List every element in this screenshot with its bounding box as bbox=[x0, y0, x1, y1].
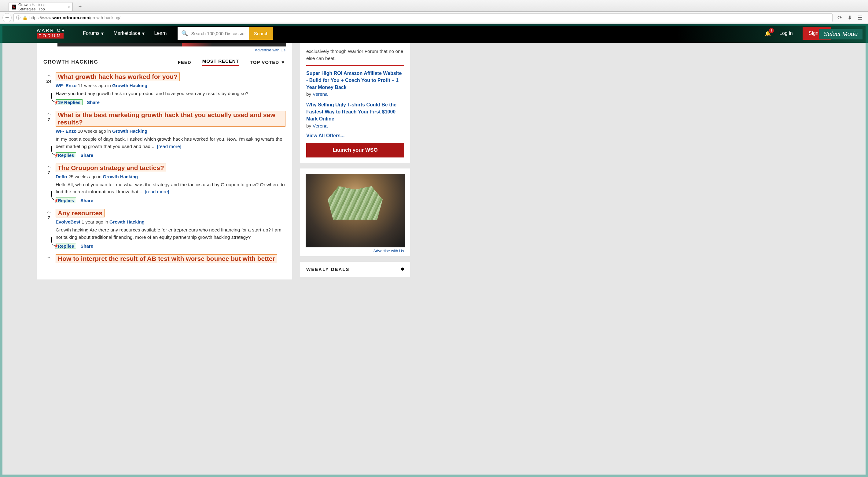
thread-author[interactable]: EvolveBest bbox=[56, 219, 81, 225]
nav-forums[interactable]: Forums▾ bbox=[83, 31, 103, 36]
downloads-icon[interactable]: ⬇ bbox=[847, 14, 852, 21]
promo-card: I've Made Over $3M As An Affiliate This … bbox=[300, 169, 410, 256]
view-all-offers[interactable]: View All Offers... bbox=[306, 133, 344, 138]
thread-meta: EvolveBest 1 year ago in Growth Hacking bbox=[56, 219, 285, 225]
thread-excerpt: Hello All, who of you can tell me what w… bbox=[56, 181, 285, 196]
info-icon: ⓘ bbox=[16, 15, 21, 21]
share-button[interactable]: Share bbox=[81, 153, 93, 158]
replies-button[interactable]: 📌Replies bbox=[56, 152, 76, 158]
thread-excerpt: Growth hacking Are there any resources a… bbox=[56, 226, 285, 241]
thread-age: 1 year ago bbox=[82, 219, 104, 225]
offer-link[interactable]: Super High ROI Amazon Affiliate Website … bbox=[306, 70, 404, 91]
ad-banner[interactable] bbox=[58, 43, 286, 47]
offer-link[interactable]: Why Selling Ugly T-shirts Could Be the F… bbox=[306, 101, 404, 123]
chevron-down-icon: ▾ bbox=[142, 31, 145, 36]
advertise-link[interactable]: Advertise with Us bbox=[300, 248, 404, 253]
weekly-deals-header[interactable]: WEEKLY DEALS bbox=[300, 262, 410, 277]
upvote-icon[interactable]: ︿ bbox=[43, 209, 54, 214]
thread-meta: WF- Enzo 10 weeks ago in Growth Hacking bbox=[56, 128, 285, 133]
search-button[interactable]: Search bbox=[249, 27, 273, 40]
thread-category[interactable]: Growth Hacking bbox=[112, 83, 147, 88]
thread-age: 11 weeks ago bbox=[78, 83, 107, 88]
sort-feed[interactable]: FEED bbox=[178, 60, 191, 65]
sort-top[interactable]: TOP VOTED ▼ bbox=[250, 60, 285, 65]
replies-button[interactable]: 📌Replies bbox=[56, 198, 76, 203]
primary-nav: Forums▾ Marketplace▾ Learn bbox=[83, 31, 166, 36]
thread-title[interactable]: Any resources bbox=[56, 209, 104, 217]
thread-author[interactable]: WF- Enzo bbox=[56, 128, 76, 133]
tab-title: Growth Hacking Strategies | Top bbox=[18, 3, 63, 11]
offer-byline: by Verena bbox=[306, 123, 404, 129]
site-logo[interactable]: WARRIOR FORUM bbox=[37, 28, 66, 39]
replies-button[interactable]: 📌Replies bbox=[56, 243, 76, 249]
reload-icon[interactable]: ⟳ bbox=[837, 14, 842, 21]
vote-box: ︿ bbox=[43, 255, 54, 265]
offer-author[interactable]: Verena bbox=[313, 91, 328, 97]
nav-learn[interactable]: Learn bbox=[154, 31, 167, 36]
thread-item: ︿ How to interpret the result of AB test… bbox=[37, 251, 292, 267]
launch-wso-button[interactable]: Launch your WSO bbox=[306, 143, 404, 157]
search-input[interactable] bbox=[191, 31, 245, 36]
offer-byline: by Verena bbox=[306, 91, 404, 97]
main-column: Advertise with Us GROWTH HACKING FEED MO… bbox=[37, 43, 292, 279]
thread-category[interactable]: Growth Hacking bbox=[112, 128, 147, 133]
thread-title[interactable]: What growth hack has worked for you? bbox=[56, 72, 180, 81]
thread-title[interactable]: The Groupon strategy and tactics? bbox=[56, 163, 166, 172]
thread-author[interactable]: WF- Enzo bbox=[56, 83, 76, 88]
replies-button[interactable]: 📌19 Replies bbox=[56, 99, 83, 105]
thread-item: ︿ 7 What is the best marketing growth ha… bbox=[37, 108, 292, 160]
thread-item: ︿ 7 The Groupon strategy and tactics? De… bbox=[37, 160, 292, 206]
login-link[interactable]: Log in bbox=[779, 31, 793, 36]
favicon: W bbox=[12, 5, 16, 9]
share-button[interactable]: Share bbox=[81, 243, 93, 248]
nav-marketplace[interactable]: Marketplace▾ bbox=[114, 31, 144, 36]
wso-card: exclusively through Warrior Forum that n… bbox=[300, 43, 410, 163]
upvote-icon[interactable]: ︿ bbox=[43, 111, 54, 116]
lock-icon: 🔒 bbox=[22, 15, 28, 20]
thread-title[interactable]: What is the best marketing growth hack t… bbox=[56, 111, 285, 127]
thread-excerpt: Have you tried any growth hack in your p… bbox=[56, 90, 285, 97]
thread-actions: 📌Replies Share bbox=[56, 243, 285, 249]
browser-tab-strip: W Growth Hacking Strategies | Top × + bbox=[0, 0, 868, 11]
thread-item: ︿ 7 Any resources EvolveBest 1 year ago … bbox=[37, 206, 292, 251]
dot-icon bbox=[401, 268, 404, 271]
back-button[interactable]: ← bbox=[2, 13, 11, 22]
vote-count: 7 bbox=[43, 170, 54, 175]
thread-item: ︿ 24 What growth hack has worked for you… bbox=[37, 69, 292, 108]
site-identity[interactable]: ⓘ 🔒 bbox=[16, 15, 28, 21]
share-button[interactable]: Share bbox=[81, 198, 93, 203]
upvote-icon[interactable]: ︿ bbox=[43, 255, 54, 260]
wso-intro-tail: exclusively through Warrior Forum that n… bbox=[306, 48, 404, 66]
vote-count: 7 bbox=[43, 215, 54, 220]
search-icon: 🔍 bbox=[181, 30, 188, 37]
notifications-button[interactable]: 🔔 1 bbox=[765, 31, 771, 36]
site-search: 🔍 Search bbox=[178, 27, 273, 40]
thread-author[interactable]: Deflo bbox=[56, 174, 67, 179]
url-text: https://www.warriorforum.com/growth-hack… bbox=[29, 15, 120, 20]
thread-title[interactable]: How to interpret the result of AB test w… bbox=[56, 255, 277, 263]
vote-count: 7 bbox=[43, 117, 54, 122]
close-icon[interactable]: × bbox=[67, 5, 70, 9]
read-more[interactable]: [read more] bbox=[157, 144, 181, 149]
menu-icon[interactable]: ☰ bbox=[858, 14, 863, 21]
sort-recent[interactable]: MOST RECENT bbox=[202, 58, 239, 66]
browser-tab[interactable]: W Growth Hacking Strategies | Top × bbox=[8, 2, 73, 11]
thread-meta: WF- Enzo 11 weeks ago in Growth Hacking bbox=[56, 83, 285, 88]
thread-actions: 📌Replies Share bbox=[56, 198, 285, 203]
upvote-icon[interactable]: ︿ bbox=[43, 163, 54, 169]
address-bar[interactable]: ⓘ 🔒 https://www.warriorforum.com/growth-… bbox=[13, 13, 833, 22]
share-button[interactable]: Share bbox=[87, 100, 100, 105]
thread-age: 25 weeks ago bbox=[68, 174, 98, 179]
toolbar-right: ⟳ ⬇ ☰ bbox=[834, 14, 866, 21]
money-fan-graphic bbox=[328, 186, 383, 220]
promo-image[interactable]: I've Made Over $3M As An Affiliate This … bbox=[306, 174, 405, 247]
offer-author[interactable]: Verena bbox=[313, 123, 328, 128]
read-more[interactable]: [read more] bbox=[145, 189, 169, 194]
upvote-icon[interactable]: ︿ bbox=[43, 72, 54, 78]
new-tab-button[interactable]: + bbox=[76, 3, 84, 10]
thread-actions: 📌19 Replies Share bbox=[56, 99, 285, 105]
advertise-link[interactable]: Advertise with Us bbox=[37, 48, 285, 52]
select-mode-badge: Select Mode bbox=[819, 29, 863, 39]
thread-category[interactable]: Growth Hacking bbox=[110, 219, 145, 225]
thread-category[interactable]: Growth Hacking bbox=[103, 174, 138, 179]
